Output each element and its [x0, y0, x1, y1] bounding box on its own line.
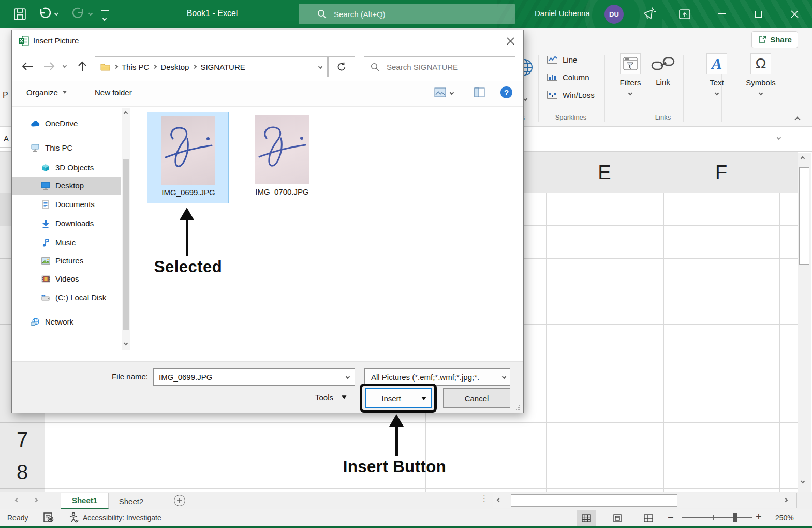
page-break-view-button[interactable]	[639, 510, 658, 526]
sidebar-scroll-up-arrow[interactable]	[124, 111, 128, 115]
zoom-level[interactable]: 250%	[775, 514, 794, 522]
link-button[interactable]: Link	[646, 53, 680, 86]
organize-button[interactable]: Organize	[26, 88, 67, 97]
sidebar-item-this-pc[interactable]: This PC	[12, 139, 121, 157]
zoom-slider-track[interactable]	[682, 517, 752, 518]
up-button[interactable]	[77, 61, 87, 72]
sheet-nav-right-arrow[interactable]	[34, 498, 38, 502]
ribbon-display-options-icon[interactable]	[678, 8, 691, 21]
forward-button[interactable]	[43, 61, 55, 71]
tab-sheet2[interactable]: Sheet2	[109, 493, 154, 509]
sparkline-column-button[interactable]: Column	[547, 73, 589, 82]
accessibility-icon[interactable]	[68, 512, 80, 523]
macro-record-icon[interactable]	[43, 512, 54, 523]
sidebar-item-pictures[interactable]: Pictures	[12, 252, 121, 270]
tab-sheet1[interactable]: Sheet1	[61, 493, 109, 509]
breadcrumb[interactable]: This PC Desktop SIGNATURE	[95, 56, 328, 77]
file-type-dropdown[interactable]: All Pictures (*.emf;*.wmf;*.jpg;*.	[364, 368, 510, 386]
sidebar-scroll-down-arrow[interactable]	[124, 341, 128, 345]
expand-formula-bar-chevron[interactable]	[777, 136, 781, 140]
recent-locations-chevron[interactable]	[63, 64, 67, 68]
breadcrumb-this-pc[interactable]: This PC	[122, 63, 149, 71]
preview-pane-button[interactable]	[474, 87, 485, 97]
text-button[interactable]: A Text	[697, 53, 736, 95]
search-box[interactable]: Search (Alt+Q)	[299, 4, 515, 24]
add-sheet-button[interactable]	[174, 495, 185, 506]
horizontal-scroll-thumb[interactable]	[511, 494, 677, 507]
close-window-button[interactable]	[783, 4, 806, 24]
row-header-7[interactable]: 7	[0, 423, 45, 456]
zoom-slider-thumb[interactable]	[733, 513, 737, 522]
collapse-ribbon-chevron[interactable]	[794, 116, 800, 122]
maximize-button[interactable]	[746, 4, 770, 24]
page-layout-view-button[interactable]	[608, 510, 627, 526]
scroll-left-arrow[interactable]	[497, 498, 500, 502]
tools-dropdown[interactable]: Tools	[315, 393, 347, 402]
new-folder-button[interactable]: New folder	[95, 88, 132, 97]
zoom-out-button[interactable]: −	[668, 511, 674, 523]
normal-view-button[interactable]	[577, 510, 596, 526]
filters-button[interactable]: Filters	[610, 53, 651, 95]
vertical-scrollbar[interactable]	[798, 153, 811, 492]
help-button[interactable]: ?	[500, 86, 512, 98]
name-box[interactable]: A	[0, 131, 11, 148]
sparkline-line-button[interactable]: Line	[547, 55, 577, 64]
breadcrumb-dropdown-chevron[interactable]	[318, 65, 322, 69]
avatar[interactable]: DU	[604, 5, 624, 24]
insert-button[interactable]: Insert	[365, 388, 432, 408]
zoom-in-button[interactable]: +	[756, 511, 762, 523]
sidebar-item-3d-objects[interactable]: 3D Objects	[12, 158, 121, 177]
file-name-dropdown-chevron[interactable]	[346, 375, 350, 379]
sidebar-item-music[interactable]: Music	[12, 233, 121, 252]
file-name-input[interactable]: IMG_0699.JPG	[153, 368, 355, 386]
file-tile[interactable]: IMG_0700.JPG	[241, 112, 323, 203]
dialog-search-box[interactable]: Search SIGNATURE	[364, 56, 515, 77]
breadcrumb-desktop[interactable]: Desktop	[160, 63, 189, 71]
vertical-scroll-thumb[interactable]	[799, 167, 809, 265]
horizontal-scrollbar[interactable]	[493, 493, 797, 508]
customize-quick-access-icon[interactable]	[101, 10, 109, 22]
cancel-button[interactable]: Cancel	[443, 388, 510, 408]
redo-button[interactable]	[71, 6, 92, 21]
sidebar-item-documents[interactable]: Documents	[12, 195, 121, 213]
file-type-dropdown-chevron[interactable]	[502, 375, 506, 379]
minimize-button[interactable]	[710, 4, 734, 24]
sidebar-item-network[interactable]: Network	[12, 313, 121, 331]
scroll-right-arrow[interactable]	[784, 498, 787, 502]
save-button[interactable]	[13, 8, 26, 21]
column-header-f[interactable]: F	[663, 152, 779, 193]
scroll-down-arrow[interactable]	[801, 480, 804, 483]
undo-dropdown-chevron[interactable]	[54, 11, 58, 16]
symbols-button[interactable]: Ω Symbols	[740, 53, 781, 95]
hidden-group-chevron[interactable]	[523, 97, 527, 101]
undo-button[interactable]	[37, 6, 58, 21]
sidebar-item-onedrive[interactable]: OneDrive	[12, 114, 121, 133]
user-name[interactable]: Daniel Uchenna	[535, 9, 590, 18]
dialog-close-button[interactable]	[505, 35, 516, 47]
breadcrumb-signature[interactable]: SIGNATURE	[200, 63, 245, 71]
tab-splitter-handle[interactable]: ⋮	[480, 494, 489, 503]
sidebar-item-downloads[interactable]: Downloads	[12, 214, 121, 232]
column-header-e[interactable]: E	[546, 152, 663, 193]
accessibility-status[interactable]: Accessibility: Investigate	[83, 514, 161, 522]
sidebar-item-local-disk[interactable]: (C:) Local Disk	[12, 288, 121, 306]
share-button[interactable]: Share	[751, 31, 798, 48]
sidebar-scroll-thumb[interactable]	[123, 159, 129, 330]
scroll-up-arrow[interactable]	[801, 157, 804, 160]
views-button[interactable]	[434, 87, 453, 97]
row-header-8[interactable]: 8	[0, 456, 45, 489]
sheet-nav-left-arrow[interactable]	[15, 498, 19, 502]
sidebar-scrollbar[interactable]	[122, 108, 130, 350]
insert-split-dropdown[interactable]	[417, 397, 431, 400]
dialog-resize-grip[interactable]	[515, 405, 521, 410]
refresh-button[interactable]	[328, 56, 355, 77]
back-button[interactable]	[21, 61, 34, 71]
file-tile-selected[interactable]: IMG_0699.JPG	[147, 112, 229, 203]
sidebar-item-desktop[interactable]: Desktop	[12, 177, 121, 195]
feedback-megaphone-icon[interactable]	[643, 7, 657, 21]
sparklines-group-label: Sparklines	[540, 113, 602, 121]
sparkline-winloss-button[interactable]: Win/Loss	[547, 91, 595, 99]
sidebar-item-videos[interactable]: Videos	[12, 270, 121, 288]
status-bar: Ready Accessibility: Investigate − + 250…	[0, 509, 812, 526]
redo-dropdown-chevron[interactable]	[88, 11, 93, 16]
